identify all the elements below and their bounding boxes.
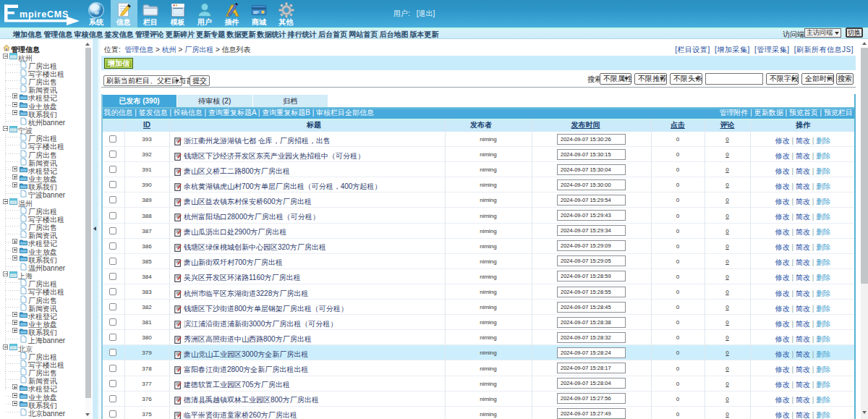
svg-text:mpireCMS: mpireCMS — [20, 9, 69, 20]
